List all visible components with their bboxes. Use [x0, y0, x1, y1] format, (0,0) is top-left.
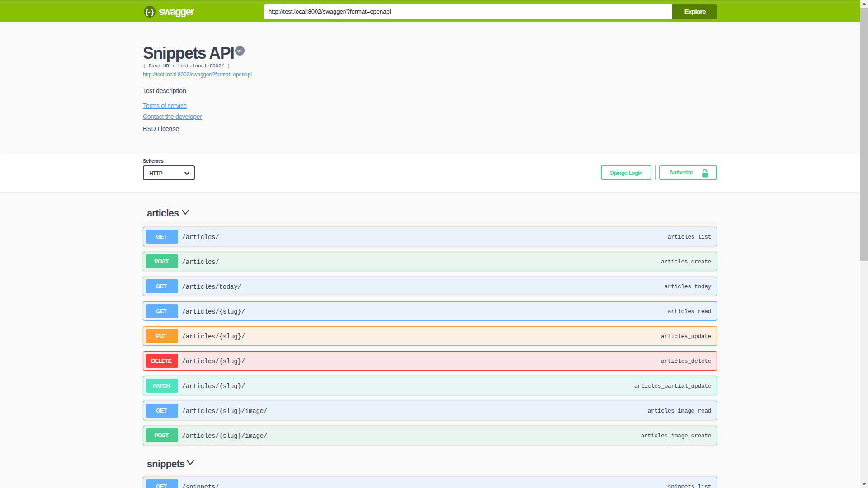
svg-text:}: } — [151, 8, 154, 16]
svg-text:{: { — [146, 8, 148, 16]
